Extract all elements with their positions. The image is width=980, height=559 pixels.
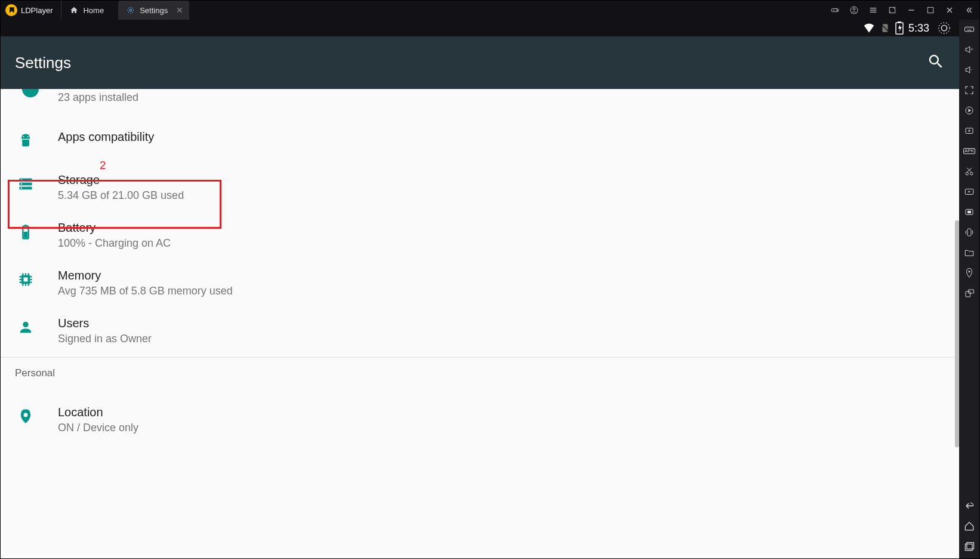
apps-compat-title: Apps compatibility [58,130,154,144]
svg-point-7 [853,8,855,10]
search-button[interactable] [927,53,945,73]
svg-point-57 [21,188,22,189]
settings-gear-small-icon [127,6,135,14]
svg-point-75 [23,322,28,327]
svg-rect-19 [898,22,901,23]
sync-icon[interactable] [963,105,975,116]
svg-point-21 [939,23,950,33]
ldplayer-logo-icon [5,4,17,16]
user-icon [17,319,34,336]
battery-title: Battery [58,221,171,235]
close-window-icon[interactable] [945,5,954,15]
window-controls [830,5,979,15]
keyboard-icon[interactable] [963,23,975,35]
apps-icon [22,89,39,97]
storage-title: Storage [58,173,184,187]
battery-subtitle: 100% - Charging on AC [58,237,171,250]
multi-instance-icon[interactable] [963,125,975,137]
svg-point-0 [130,9,132,11]
collapse-sidebar-icon[interactable] [964,5,973,15]
gamepad-icon[interactable] [830,5,840,15]
apk-install-icon[interactable]: APK [963,145,975,157]
location-icon [17,408,34,425]
shake-icon[interactable] [963,226,975,238]
svg-rect-41 [967,211,971,214]
tab-settings[interactable]: Settings ✕ [118,1,189,20]
users-subtitle: Signed in as Owner [58,333,152,345]
fullscreen-sidebar-icon[interactable] [963,84,975,96]
rotate-icon[interactable] [963,287,975,299]
shared-folder-icon[interactable] [963,247,975,259]
settings-item-location[interactable]: Location ON / Device only [1,389,959,444]
android-home-icon[interactable] [963,520,975,532]
fullscreen-icon[interactable] [887,5,897,15]
app-name-label: LDPlayer [21,6,53,15]
no-sim-icon [880,23,890,33]
apps-subtitle: 23 apps installed [58,91,138,104]
svg-point-49 [27,136,28,137]
svg-point-4 [836,10,837,10]
storage-subtitle: 5.34 GB of 21.00 GB used [58,189,184,202]
settings-item-memory[interactable]: Memory Avg 735 MB of 5.8 GB memory used [1,259,959,307]
screenshot-cut-icon[interactable] [963,165,975,177]
battery-charging-icon [895,22,904,35]
maximize-icon[interactable] [926,5,935,15]
svg-rect-46 [965,544,972,551]
svg-rect-11 [889,7,895,13]
svg-point-36 [970,173,973,176]
battery-icon [17,223,34,240]
page-title: Settings [15,54,71,72]
svg-rect-60 [24,232,28,238]
android-back-icon[interactable] [963,500,975,512]
window-titlebar: LDPlayer Home Settings ✕ [1,1,979,20]
statusbar-time: 5:33 [908,22,929,35]
android-statusbar: 5:33 [1,20,959,36]
settings-item-users[interactable]: Users Signed in as Owner [1,307,959,355]
settings-gear-status-icon[interactable] [938,22,951,35]
tab-home[interactable]: Home [61,1,112,20]
gps-icon[interactable] [963,267,975,279]
volume-up-icon[interactable]: + [963,44,975,56]
android-recents-icon[interactable] [963,540,975,552]
account-icon[interactable] [849,5,859,15]
android-icon [17,133,34,149]
operation-record-icon[interactable] [963,206,975,218]
svg-rect-22 [965,27,974,32]
memory-icon [17,271,34,288]
svg-point-56 [21,183,22,185]
wifi-icon [863,22,875,34]
home-icon [70,6,78,14]
svg-rect-44 [966,291,970,297]
svg-point-5 [837,10,837,11]
svg-text:+: + [970,47,973,52]
svg-point-48 [23,136,24,137]
settings-item-apps[interactable]: 23 apps installed [1,89,959,116]
menu-icon[interactable] [868,5,878,15]
users-title: Users [58,317,152,330]
volume-down-icon[interactable]: - [963,64,975,76]
tab-settings-label: Settings [140,6,168,15]
section-header-personal: Personal [1,357,959,389]
svg-point-43 [969,271,970,272]
settings-item-apps-compat[interactable]: Apps compatibility [1,116,959,164]
svg-point-55 [21,179,22,180]
svg-rect-47 [967,542,974,549]
svg-point-76 [24,413,28,417]
tab-home-label: Home [83,6,104,15]
memory-subtitle: Avg 735 MB of 5.8 GB memory used [58,285,233,297]
settings-toolbar: Settings [1,36,959,89]
scrollbar-thumb[interactable] [955,220,959,447]
search-icon [927,53,945,70]
memory-title: Memory [58,269,233,282]
svg-rect-42 [967,229,971,236]
settings-item-battery[interactable]: Battery 100% - Charging on AC [1,211,959,259]
minimize-icon[interactable] [907,5,916,15]
svg-rect-62 [24,278,28,282]
settings-item-storage[interactable]: Storage 5.34 GB of 21.00 GB used [1,164,959,211]
record-icon[interactable] [963,186,975,198]
location-subtitle: ON / Device only [58,422,138,434]
svg-point-20 [941,25,947,30]
storage-icon [17,176,34,192]
tab-close-icon[interactable]: ✕ [176,5,183,15]
svg-point-35 [966,173,969,176]
